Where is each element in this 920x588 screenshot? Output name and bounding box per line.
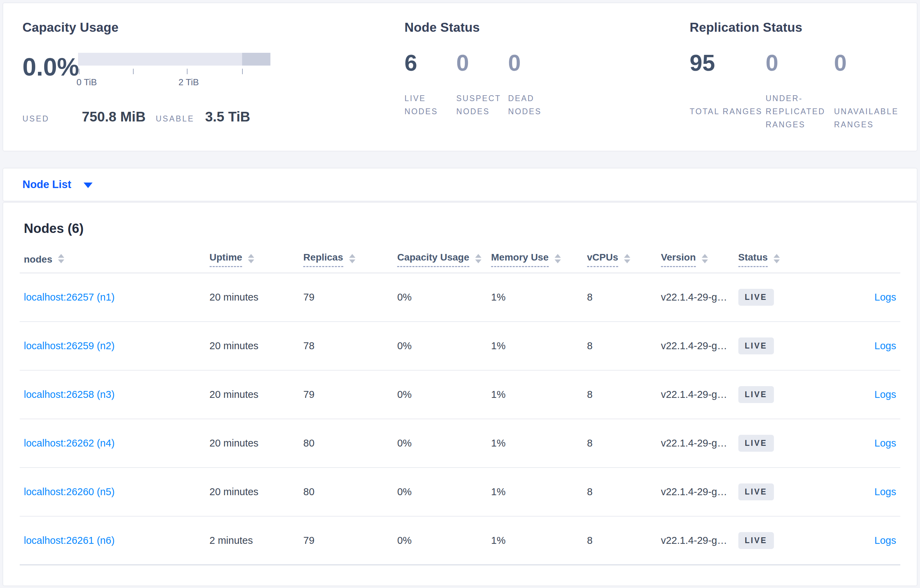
replicas-cell: 79 bbox=[303, 535, 397, 546]
axis-tick bbox=[187, 69, 188, 74]
status-badge: LIVE bbox=[739, 338, 774, 354]
vcpus-cell: 8 bbox=[587, 535, 661, 546]
table-row: localhost:26257 (n1) 20 minutes 79 0% 1%… bbox=[20, 273, 900, 322]
total-ranges-label: TOTAL RANGES bbox=[690, 105, 766, 131]
memory-cell: 1% bbox=[491, 340, 587, 352]
vcpus-cell: 8 bbox=[587, 292, 661, 303]
replication-status-section: Replication Status 95 0 0 TOTAL RANGES U… bbox=[690, 20, 917, 151]
uptime-cell: 20 minutes bbox=[210, 486, 304, 498]
memory-cell: 1% bbox=[491, 438, 587, 449]
logs-link[interactable]: Logs bbox=[875, 486, 896, 497]
vcpus-cell: 8 bbox=[587, 389, 661, 400]
used-label: USED bbox=[23, 114, 82, 124]
sort-icon bbox=[58, 254, 64, 263]
column-header-version[interactable]: Version bbox=[661, 252, 739, 267]
replication-status-title: Replication Status bbox=[690, 20, 917, 35]
dead-nodes-count: 0 bbox=[508, 52, 560, 74]
chevron-down-icon bbox=[84, 183, 92, 188]
capacity-bar bbox=[78, 53, 270, 66]
node-link[interactable]: localhost:26258 (n3) bbox=[24, 389, 115, 400]
column-header-vcpus[interactable]: vCPUs bbox=[587, 252, 661, 267]
replicas-cell: 80 bbox=[303, 486, 397, 498]
axis-tick bbox=[133, 69, 134, 74]
logs-link[interactable]: Logs bbox=[875, 340, 896, 351]
total-ranges-count: 95 bbox=[690, 52, 766, 74]
node-list-bar: Node List bbox=[3, 168, 917, 201]
column-header-uptime[interactable]: Uptime bbox=[210, 252, 304, 267]
suspect-nodes-count: 0 bbox=[456, 52, 508, 74]
logs-link[interactable]: Logs bbox=[875, 292, 896, 303]
version-cell: v22.1.4-29-g… bbox=[661, 292, 739, 303]
table-row: localhost:26260 (n5) 20 minutes 80 0% 1%… bbox=[20, 468, 900, 517]
memory-cell: 1% bbox=[491, 292, 587, 303]
version-cell: v22.1.4-29-g… bbox=[661, 340, 739, 352]
capacity-bar-other-segment bbox=[242, 53, 270, 66]
logs-link[interactable]: Logs bbox=[875, 535, 896, 546]
capacity-cell: 0% bbox=[397, 292, 491, 303]
capacity-cell: 0% bbox=[397, 438, 491, 449]
under-replicated-ranges-label: UNDER-REPLICATED RANGES bbox=[766, 92, 834, 131]
replicas-cell: 78 bbox=[303, 340, 397, 352]
node-link[interactable]: localhost:26260 (n5) bbox=[24, 486, 115, 497]
cluster-summary-card: Capacity Usage 0.0% 0 TiB 2 TiB USED bbox=[3, 3, 917, 151]
axis-tick-label: 2 TiB bbox=[178, 77, 199, 88]
status-badge: LIVE bbox=[739, 289, 774, 306]
unavailable-ranges-label: UNAVAILABLE RANGES bbox=[834, 105, 917, 131]
sort-icon bbox=[555, 254, 561, 263]
capacity-percent-value: 0.0% bbox=[23, 53, 78, 86]
table-row: localhost:26262 (n4) 20 minutes 80 0% 1%… bbox=[20, 419, 900, 468]
nodes-table: nodes Uptime Replicas Capacity Usage Mem… bbox=[20, 251, 900, 565]
node-status-section: Node Status 6 0 0 LIVE NODES SUSPECT NOD… bbox=[404, 20, 690, 151]
sort-icon bbox=[349, 254, 355, 263]
capacity-cell: 0% bbox=[397, 340, 491, 352]
axis-tick bbox=[242, 69, 243, 74]
capacity-usage-section: Capacity Usage 0.0% 0 TiB 2 TiB USED bbox=[23, 20, 404, 151]
vcpus-cell: 8 bbox=[587, 438, 661, 449]
dead-nodes-label: DEAD NODES bbox=[508, 92, 560, 118]
table-row: localhost:26261 (n6) 2 minutes 79 0% 1% … bbox=[20, 517, 900, 565]
logs-link[interactable]: Logs bbox=[875, 438, 896, 449]
column-header-capacity-usage[interactable]: Capacity Usage bbox=[397, 252, 491, 267]
column-header-nodes[interactable]: nodes bbox=[20, 254, 210, 265]
capacity-bar-chart: 0 TiB 2 TiB bbox=[78, 53, 270, 86]
usable-label: USABLE bbox=[156, 114, 205, 124]
axis-tick-label: 0 TiB bbox=[76, 77, 97, 88]
vcpus-cell: 8 bbox=[587, 486, 661, 498]
version-cell: v22.1.4-29-g… bbox=[661, 389, 739, 400]
uptime-cell: 20 minutes bbox=[210, 340, 304, 352]
sort-icon bbox=[774, 254, 780, 263]
column-header-replicas[interactable]: Replicas bbox=[303, 252, 397, 267]
live-nodes-count: 6 bbox=[404, 52, 456, 74]
node-list-dropdown-label: Node List bbox=[23, 178, 71, 191]
table-header-row: nodes Uptime Replicas Capacity Usage Mem… bbox=[20, 251, 900, 273]
version-cell: v22.1.4-29-g… bbox=[661, 438, 739, 449]
usable-value: 3.5 TiB bbox=[205, 109, 250, 124]
unavailable-ranges-count: 0 bbox=[834, 52, 917, 74]
nodes-card: Nodes (6) nodes Uptime Replicas Capacity… bbox=[3, 202, 917, 586]
capacity-cell: 0% bbox=[397, 535, 491, 546]
vcpus-cell: 8 bbox=[587, 340, 661, 352]
replicas-cell: 79 bbox=[303, 292, 397, 303]
uptime-cell: 20 minutes bbox=[210, 292, 304, 303]
uptime-cell: 2 minutes bbox=[210, 535, 304, 546]
status-badge: LIVE bbox=[739, 435, 774, 452]
version-cell: v22.1.4-29-g… bbox=[661, 535, 739, 546]
capacity-usage-title: Capacity Usage bbox=[23, 20, 404, 35]
node-link[interactable]: localhost:26259 (n2) bbox=[24, 340, 115, 351]
sort-icon bbox=[702, 254, 708, 263]
replicas-cell: 79 bbox=[303, 389, 397, 400]
node-link[interactable]: localhost:26261 (n6) bbox=[24, 535, 115, 546]
column-header-status[interactable]: Status bbox=[739, 252, 818, 267]
status-badge: LIVE bbox=[739, 532, 774, 549]
node-list-dropdown[interactable]: Node List bbox=[23, 178, 92, 191]
logs-link[interactable]: Logs bbox=[875, 389, 896, 400]
suspect-nodes-label: SUSPECT NODES bbox=[456, 92, 508, 118]
node-link[interactable]: localhost:26257 (n1) bbox=[24, 292, 115, 303]
table-row: localhost:26259 (n2) 20 minutes 78 0% 1%… bbox=[20, 322, 900, 371]
replicas-cell: 80 bbox=[303, 438, 397, 449]
capacity-cell: 0% bbox=[397, 486, 491, 498]
column-header-memory-use[interactable]: Memory Use bbox=[491, 252, 587, 267]
node-link[interactable]: localhost:26262 (n4) bbox=[24, 438, 115, 449]
status-badge: LIVE bbox=[739, 483, 774, 500]
node-status-title: Node Status bbox=[404, 20, 690, 35]
